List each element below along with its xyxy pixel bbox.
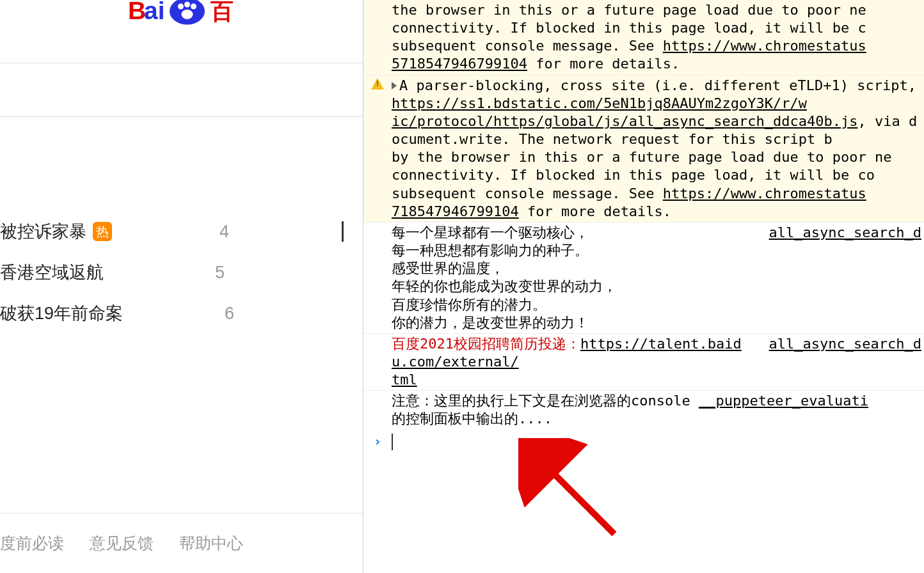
console-source-link[interactable]: all_async_search_d bbox=[769, 335, 921, 353]
annotation-arrow-icon bbox=[518, 438, 633, 553]
console-link[interactable]: tml bbox=[392, 372, 417, 388]
footer-link[interactable]: 度前必读 bbox=[0, 533, 64, 554]
input-caret bbox=[392, 434, 393, 450]
console-link[interactable]: 718547946799104 bbox=[392, 203, 519, 219]
console-link[interactable]: __puppeteer_evaluati bbox=[699, 393, 868, 409]
disclosure-triangle-icon[interactable] bbox=[392, 82, 397, 90]
warning-icon bbox=[371, 78, 384, 90]
hot-item[interactable]: 破获19年前命案 6 bbox=[0, 293, 344, 334]
svg-line-10 bbox=[543, 462, 614, 534]
console-message-body: 注意：这里的执行上下文是在浏览器的console __puppeteer_eva… bbox=[392, 392, 924, 428]
console-link[interactable]: https://www.chromestatus bbox=[663, 38, 866, 54]
hot-item-title: 被控诉家暴 bbox=[0, 220, 86, 243]
console-log[interactable]: all_async_search_d百度2021校园招聘简历投递：https:/… bbox=[363, 334, 924, 391]
footer-link[interactable]: 意见反馈 bbox=[90, 533, 154, 554]
hot-rank-number: 4 bbox=[219, 222, 229, 242]
console-prompt[interactable]: › bbox=[363, 430, 924, 450]
svg-text:ai: ai bbox=[144, 0, 165, 24]
prompt-chevron-icon: › bbox=[363, 434, 392, 450]
console-source-link[interactable]: all_async_search_d bbox=[769, 224, 921, 242]
hot-rank-number: 6 bbox=[225, 304, 234, 324]
hot-search-list: 被控诉家暴 热 4 香港空域返航 5 破获19年前命案 6 bbox=[0, 211, 344, 334]
console-log[interactable]: 注意：这里的执行上下文是在浏览器的console __puppeteer_eva… bbox=[363, 391, 924, 429]
devtools-console: the browser in this or a future page loa… bbox=[363, 0, 924, 573]
hot-item[interactable]: 香港空域返航 5 bbox=[0, 252, 344, 293]
search-top-border bbox=[0, 63, 363, 63]
footer-link[interactable]: 帮助中心 bbox=[179, 533, 243, 554]
console-link[interactable]: https://ss1.bdstatic.com/5eN1bjq8AAUYm2z… bbox=[392, 95, 857, 129]
hot-item-title: 破获19年前命案 bbox=[0, 302, 123, 325]
console-message-body: all_async_search_d每一个星球都有一个驱动核心， 每一种思想都有… bbox=[392, 224, 924, 332]
console-message-body: all_async_search_d百度2021校园招聘简历投递：https:/… bbox=[392, 335, 924, 389]
svg-text:百: 百 bbox=[210, 0, 234, 24]
svg-text:B: B bbox=[128, 0, 146, 24]
console-message-body: the browser in this or a future page loa… bbox=[392, 1, 924, 74]
hot-item[interactable]: 被控诉家暴 热 4 bbox=[0, 211, 344, 252]
console-log[interactable]: all_async_search_d每一个星球都有一个驱动核心， 每一种思想都有… bbox=[363, 223, 924, 334]
page-footer-links: 度前必读 意见反馈 帮助中心 bbox=[0, 513, 363, 573]
baidu-logo-svg: B ai du 百 bbox=[128, 0, 256, 32]
text-cursor-icon bbox=[342, 221, 344, 242]
hot-item-title: 香港空域返航 bbox=[0, 261, 104, 284]
baidu-page-left: B ai du 百 被控诉家暴 热 4 香港空域返航 5 bbox=[0, 0, 363, 573]
console-link[interactable]: 5718547946799104 bbox=[392, 56, 527, 72]
console-link[interactable]: https://www.chromestatus bbox=[663, 185, 866, 201]
console-warning[interactable]: A parser-blocking, cross site (i.e. diff… bbox=[363, 75, 924, 223]
red-label: 百度2021校园招聘简历投递： bbox=[392, 336, 580, 352]
hot-rank-number: 5 bbox=[215, 263, 225, 283]
hot-badge: 热 bbox=[93, 222, 112, 241]
console-message-body: A parser-blocking, cross site (i.e. diff… bbox=[392, 77, 924, 221]
baidu-logo[interactable]: B ai du 百 bbox=[128, 0, 256, 32]
search-bottom-border bbox=[0, 116, 363, 117]
console-warning[interactable]: the browser in this or a future page loa… bbox=[363, 0, 924, 75]
